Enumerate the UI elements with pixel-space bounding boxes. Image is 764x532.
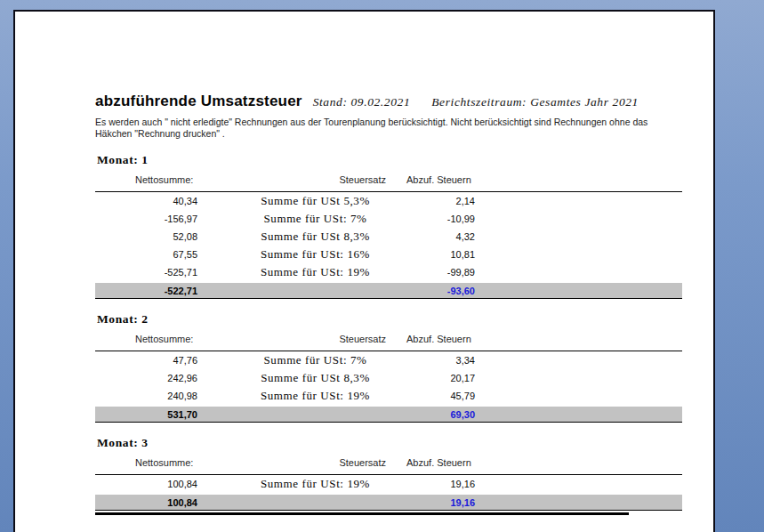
month-sections: Monat: 1 Nettosumme: Steuersatz Abzuf. S… bbox=[95, 153, 713, 515]
steuersatz-label: Summe für USt 5,3% bbox=[197, 194, 433, 208]
steuersatz-label: Summe für USt: 19% bbox=[197, 389, 433, 403]
nettosumme-value: 100,84 bbox=[95, 479, 197, 489]
month-title: Monat: 2 bbox=[97, 312, 682, 326]
column-header-steuersatz: Steuersatz bbox=[237, 174, 386, 185]
report-end-line bbox=[95, 512, 629, 515]
steuersatz-label: Summe für USt: 7% bbox=[197, 212, 433, 226]
abzuf-steuern-value: -10,99 bbox=[433, 214, 475, 224]
nettosumme-value: -525,71 bbox=[95, 267, 197, 278]
abzuf-steuern-value: 19,16 bbox=[433, 479, 475, 489]
table-header-row: Nettosumme: Steuersatz Abzuf. Steuern bbox=[95, 174, 682, 192]
abzuf-steuern-value: 20,17 bbox=[433, 373, 475, 383]
table-rows: 47,76 Summe für USt: 7% 3,34 242,96 Summ… bbox=[95, 351, 682, 405]
report-header: abzuführende Umsatzsteuer Stand: 09.02.2… bbox=[95, 93, 713, 110]
abzuf-steuern-value: -99,89 bbox=[433, 267, 475, 278]
abzuf-steuern-value: 10,81 bbox=[433, 249, 475, 260]
report-description-line2: Häkchen "Rechnung drucken" . bbox=[95, 128, 669, 140]
total-row: 531,70 69,30 bbox=[95, 407, 682, 423]
table-row: 240,98 Summe für USt: 19% 45,79 bbox=[95, 387, 682, 405]
table-row: 40,34 Summe für USt 5,3% 2,14 bbox=[95, 192, 682, 210]
total-nettosumme-value: 531,70 bbox=[95, 409, 197, 420]
total-row: -522,71 -93,60 bbox=[95, 283, 682, 299]
table-row: 47,76 Summe für USt: 7% 3,34 bbox=[95, 351, 682, 369]
column-header-abzuf-steuern: Abzuf. Steuern bbox=[406, 174, 471, 185]
abzuf-steuern-value: 2,14 bbox=[433, 196, 475, 206]
month-section: Monat: 2 Nettosumme: Steuersatz Abzuf. S… bbox=[95, 312, 682, 423]
steuersatz-label: Summe für USt: 7% bbox=[197, 353, 433, 367]
table-row: -156,97 Summe für USt: 7% -10,99 bbox=[95, 210, 682, 228]
steuersatz-label: Summe für USt: 16% bbox=[197, 247, 433, 262]
total-abzuf-steuern-value: -93,60 bbox=[197, 286, 475, 296]
column-header-steuersatz: Steuersatz bbox=[237, 457, 386, 468]
nettosumme-value: 47,76 bbox=[95, 355, 197, 366]
report-title: abzuführende Umsatzsteuer bbox=[95, 93, 302, 110]
nettosumme-value: 67,55 bbox=[95, 249, 197, 260]
table-row: 67,55 Summe für USt: 16% 10,81 bbox=[95, 246, 682, 263]
nettosumme-value: 40,34 bbox=[95, 196, 197, 206]
month-section: Monat: 1 Nettosumme: Steuersatz Abzuf. S… bbox=[95, 153, 682, 299]
column-header-nettosumme: Nettosumme: bbox=[95, 334, 237, 344]
abzuf-steuern-value: 3,34 bbox=[433, 355, 475, 366]
table-row: 52,08 Summe für USt 8,3% 4,32 bbox=[95, 228, 682, 246]
table-rows: 40,34 Summe für USt 5,3% 2,14 -156,97 Su… bbox=[95, 192, 682, 281]
steuersatz-label: Summe für USt 8,3% bbox=[197, 230, 433, 244]
column-header-nettosumme: Nettosumme: bbox=[95, 457, 237, 468]
report-description-line1: Es werden auch " nicht erledigte" Rechnu… bbox=[95, 117, 669, 128]
steuersatz-label: Summe für USt: 19% bbox=[197, 477, 433, 491]
table-header-row: Nettosumme: Steuersatz Abzuf. Steuern bbox=[95, 334, 682, 351]
report-period: Berichtszeitraum: Gesamtes Jahr 2021 bbox=[431, 95, 639, 109]
steuersatz-label: Summe für USt: 19% bbox=[197, 265, 433, 279]
nettosumme-value: -156,97 bbox=[95, 214, 197, 224]
steuersatz-label: Summe für USt 8,3% bbox=[197, 371, 433, 385]
table-row: -525,71 Summe für USt: 19% -99,89 bbox=[95, 263, 682, 281]
nettosumme-value: 52,08 bbox=[95, 231, 197, 242]
table-rows: 100,84 Summe für USt: 19% 19,16 bbox=[95, 475, 682, 493]
table-row: 242,96 Summe für USt 8,3% 20,17 bbox=[95, 369, 682, 387]
month-title: Monat: 1 bbox=[97, 153, 682, 167]
table-row: 100,84 Summe für USt: 19% 19,16 bbox=[95, 475, 682, 493]
column-header-steuersatz: Steuersatz bbox=[237, 334, 386, 344]
total-abzuf-steuern-value: 19,16 bbox=[197, 497, 475, 508]
month-title: Monat: 3 bbox=[97, 436, 682, 450]
total-row: 100,84 19,16 bbox=[95, 495, 682, 511]
column-header-abzuf-steuern: Abzuf. Steuern bbox=[406, 334, 471, 344]
table-header-row: Nettosumme: Steuersatz Abzuf. Steuern bbox=[95, 457, 682, 475]
month-section: Monat: 3 Nettosumme: Steuersatz Abzuf. S… bbox=[95, 436, 682, 515]
total-nettosumme-value: 100,84 bbox=[95, 497, 197, 508]
abzuf-steuern-value: 45,79 bbox=[433, 391, 475, 401]
report-date: Stand: 09.02.2021 bbox=[313, 95, 411, 109]
total-nettosumme-value: -522,71 bbox=[95, 286, 197, 296]
abzuf-steuern-value: 4,32 bbox=[433, 231, 475, 242]
report-page: abzuführende Umsatzsteuer Stand: 09.02.2… bbox=[13, 10, 715, 532]
total-abzuf-steuern-value: 69,30 bbox=[197, 409, 475, 420]
report-description: Es werden auch " nicht erledigte" Rechnu… bbox=[95, 117, 669, 140]
nettosumme-value: 240,98 bbox=[95, 391, 197, 401]
nettosumme-value: 242,96 bbox=[95, 373, 197, 383]
column-header-nettosumme: Nettosumme: bbox=[95, 174, 237, 185]
column-header-abzuf-steuern: Abzuf. Steuern bbox=[406, 457, 471, 468]
